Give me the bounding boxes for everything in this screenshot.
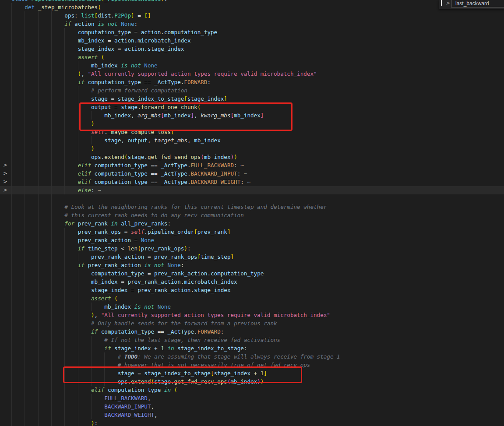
code-line: self._maybe_compute_loss( bbox=[0, 128, 504, 136]
fold-chevron-icon[interactable]: > bbox=[3, 186, 9, 194]
code-line: > elif computation_type == _ActType.BACK… bbox=[0, 178, 504, 186]
code-line: ) bbox=[0, 144, 504, 153]
code-line: prev_rank_action = prev_rank_ops[time_st… bbox=[0, 253, 504, 261]
code-line: > else: ⋯ bbox=[0, 186, 504, 194]
code-line: prev_rank_ops = self.pipeline_order[prev… bbox=[0, 228, 504, 236]
find-input[interactable]: last_backward bbox=[451, 0, 504, 7]
chevron-right-icon[interactable]: > bbox=[446, 0, 451, 7]
code-line: ): bbox=[0, 419, 504, 426]
find-widget-sash[interactable] bbox=[441, 0, 442, 6]
code-area: class PipelineScheduleMulti(_PipelineSch… bbox=[0, 0, 504, 426]
code-line: ), "All currently supported action types… bbox=[0, 311, 504, 319]
fold-chevron-icon[interactable]: > bbox=[3, 161, 9, 169]
code-line: stage_index = prev_rank_action.stage_ind… bbox=[0, 286, 504, 294]
code-line: computation_type = action.computation_ty… bbox=[0, 28, 504, 36]
code-line: # perform forward computation bbox=[0, 86, 504, 95]
code-line: elif computation_type in ( bbox=[0, 386, 504, 394]
code-line: BACKWARD_WEIGHT, bbox=[0, 411, 504, 419]
code-line: stage = stage_index_to_stage[stage_index… bbox=[0, 369, 504, 377]
code-line: # If not the last stage, then receive fw… bbox=[0, 336, 504, 344]
code-line: class PipelineScheduleMulti(_PipelineSch… bbox=[0, 0, 504, 3]
code-line: assert ( bbox=[0, 294, 504, 303]
code-line: mb_index = action.microbatch_index bbox=[0, 36, 504, 45]
code-line bbox=[0, 194, 504, 203]
code-line: if computation_type == _ActType.FORWARD: bbox=[0, 78, 504, 86]
code-line: mb_index, arg_mbs[mb_index], kwarg_mbs[m… bbox=[0, 111, 504, 120]
code-line: BACKWARD_INPUT, bbox=[0, 402, 504, 411]
code-line: for prev_rank in all_prev_ranks: bbox=[0, 219, 504, 228]
code-line: stage_index = action.stage_index bbox=[0, 45, 504, 53]
code-line: mb_index is not None bbox=[0, 61, 504, 70]
code-line: ops: list[dist.P2POp] = [] bbox=[0, 11, 504, 20]
code-line: > elif computation_type == _ActType.BACK… bbox=[0, 169, 504, 178]
fold-chevron-icon[interactable]: > bbox=[3, 169, 9, 178]
code-line: # however that is not necessarily true o… bbox=[0, 361, 504, 369]
code-editor: class PipelineScheduleMulti(_PipelineSch… bbox=[0, 0, 504, 426]
code-line: mb_index is not None bbox=[0, 303, 504, 311]
code-line: # TODO: We are assuming that stage will … bbox=[0, 352, 504, 361]
fold-chevron-icon[interactable]: > bbox=[3, 178, 9, 186]
code-line: mb_index = prev_rank_action.microbatch_i… bbox=[0, 278, 504, 286]
find-widget: > last_backward bbox=[439, 0, 504, 9]
code-line: if time_step < len(prev_rank_ops): bbox=[0, 244, 504, 253]
code-line: if computation_type == _ActType.FORWARD: bbox=[0, 327, 504, 336]
code-line: assert ( bbox=[0, 53, 504, 61]
find-query-text: last_backward bbox=[455, 0, 489, 7]
code-line: ), "All currently supported action types… bbox=[0, 70, 504, 78]
code-line: computation_type = prev_rank_action.comp… bbox=[0, 269, 504, 278]
code-line: stage, output, target_mbs, mb_index bbox=[0, 136, 504, 144]
code-line: ops.extend(stage.get_fwd_recv_ops(mb_ind… bbox=[0, 377, 504, 386]
code-line: prev_rank_action = None bbox=[0, 236, 504, 244]
code-line: stage = stage_index_to_stage[stage_index… bbox=[0, 95, 504, 103]
code-line: > elif computation_type == _ActType.FULL… bbox=[0, 161, 504, 169]
code-line: # this current rank needs to do any recv… bbox=[0, 211, 504, 219]
code-line: if action is not None: bbox=[0, 20, 504, 28]
code-line: ) bbox=[0, 120, 504, 128]
code-line: if stage_index + 1 in stage_index_to_sta… bbox=[0, 344, 504, 352]
code-line: def _step_microbatches( bbox=[0, 3, 504, 11]
code-line: # Look at the neighboring ranks for this… bbox=[0, 203, 504, 211]
code-line: if prev_rank_action is not None: bbox=[0, 261, 504, 269]
code-line: # Only handle sends for the forward from… bbox=[0, 319, 504, 327]
code-line: output = stage.forward_one_chunk( bbox=[0, 103, 504, 111]
code-line: ops.extend(stage.get_fwd_send_ops(mb_ind… bbox=[0, 153, 504, 161]
code-line: FULL_BACKWARD, bbox=[0, 394, 504, 402]
